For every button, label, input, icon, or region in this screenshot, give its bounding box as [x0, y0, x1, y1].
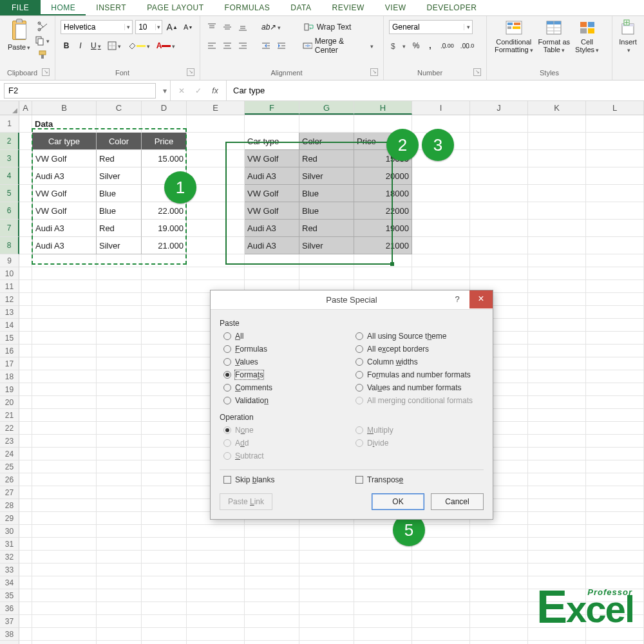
cell[interactable] [412, 641, 470, 644]
cell[interactable] [19, 185, 32, 202]
row-header[interactable]: 15 [0, 332, 19, 345]
cell[interactable]: Silver [97, 167, 142, 185]
cell[interactable] [354, 602, 412, 615]
cell[interactable] [586, 486, 644, 499]
cell[interactable]: 18000 [354, 185, 412, 202]
cell[interactable] [299, 564, 354, 576]
cell[interactable] [187, 237, 245, 254]
radio-validation[interactable]: Validation [223, 396, 352, 405]
number-launcher[interactable]: ↘ [473, 68, 481, 76]
row-header[interactable]: 4 [0, 167, 19, 185]
tab-developer[interactable]: DEVELOPER [417, 0, 488, 15]
cell[interactable] [32, 615, 97, 628]
cell[interactable] [586, 150, 644, 167]
cell[interactable] [142, 280, 187, 293]
cell[interactable] [19, 460, 32, 473]
cell[interactable] [142, 409, 187, 422]
cell[interactable]: Silver [299, 237, 354, 254]
cell[interactable] [142, 357, 187, 370]
cell[interactable] [32, 628, 97, 641]
cell[interactable] [412, 220, 470, 237]
cell[interactable] [412, 589, 470, 602]
cell[interactable] [586, 220, 644, 237]
cell[interactable] [586, 167, 644, 185]
accounting-button[interactable]: $ [389, 39, 408, 52]
cell[interactable] [97, 383, 142, 396]
cell[interactable] [245, 538, 299, 551]
cell[interactable] [32, 448, 97, 460]
cell[interactable] [142, 615, 187, 628]
cell[interactable] [470, 167, 528, 185]
row-header[interactable]: 11 [0, 280, 19, 293]
radio-column-widths[interactable]: Column widths [355, 357, 484, 366]
cell[interactable] [19, 422, 32, 435]
cell[interactable] [142, 460, 187, 473]
cell[interactable] [528, 185, 586, 202]
cell[interactable] [97, 628, 142, 641]
cell[interactable] [19, 602, 32, 615]
col-L[interactable]: L [586, 101, 644, 115]
row-header[interactable]: 24 [0, 448, 19, 460]
cell[interactable] [19, 525, 32, 538]
cell[interactable] [528, 306, 586, 319]
cell[interactable]: Blue [299, 185, 354, 202]
cell[interactable] [97, 422, 142, 435]
number-format-combo[interactable]: ▾ [389, 20, 473, 34]
cell[interactable]: Audi A3 [245, 220, 299, 237]
cell[interactable] [586, 237, 644, 254]
cell[interactable] [528, 357, 586, 370]
cell[interactable] [586, 641, 644, 644]
row-header[interactable]: 2 [0, 133, 19, 150]
col-C[interactable]: C [97, 101, 142, 115]
cell[interactable] [245, 115, 299, 133]
cell[interactable] [586, 280, 644, 293]
cell[interactable] [586, 133, 644, 150]
cell[interactable] [32, 280, 97, 293]
cell[interactable] [187, 576, 245, 589]
col-I[interactable]: I [412, 101, 470, 115]
cell[interactable] [412, 602, 470, 615]
radio-except-borders[interactable]: All except borders [355, 345, 484, 354]
font-launcher[interactable]: ↘ [187, 68, 194, 76]
cell[interactable] [19, 267, 32, 280]
cell[interactable] [528, 150, 586, 167]
cell[interactable] [97, 473, 142, 486]
cell[interactable] [245, 602, 299, 615]
cell[interactable] [299, 576, 354, 589]
cell[interactable] [97, 396, 142, 409]
row-header[interactable]: 37 [0, 615, 19, 628]
cell[interactable] [354, 589, 412, 602]
cell[interactable] [470, 538, 528, 551]
cell[interactable] [32, 641, 97, 644]
cell[interactable] [19, 512, 32, 525]
cell[interactable] [187, 150, 245, 167]
row-header[interactable]: 21 [0, 409, 19, 422]
cell[interactable] [32, 564, 97, 576]
cell[interactable] [528, 167, 586, 185]
cell[interactable] [19, 319, 32, 332]
cell[interactable] [19, 538, 32, 551]
col-A[interactable]: A [19, 101, 32, 115]
row-header[interactable]: 38 [0, 628, 19, 641]
cell[interactable] [586, 293, 644, 306]
cell[interactable] [586, 357, 644, 370]
formula-input[interactable] [232, 83, 639, 99]
cell[interactable] [32, 370, 97, 383]
cell[interactable] [32, 332, 97, 345]
cell[interactable] [299, 589, 354, 602]
row-header[interactable]: 9 [0, 254, 19, 267]
cell[interactable] [97, 448, 142, 460]
cell[interactable] [528, 551, 586, 564]
cell[interactable] [470, 267, 528, 280]
cell[interactable] [187, 538, 245, 551]
cell[interactable] [586, 499, 644, 512]
align-top-button[interactable] [205, 21, 218, 33]
cell[interactable] [245, 551, 299, 564]
cell[interactable] [299, 254, 354, 267]
cell[interactable] [354, 267, 412, 280]
cell[interactable] [412, 185, 470, 202]
cell[interactable] [528, 267, 586, 280]
cell[interactable] [19, 409, 32, 422]
cell[interactable] [245, 615, 299, 628]
cell[interactable]: Silver [299, 167, 354, 185]
